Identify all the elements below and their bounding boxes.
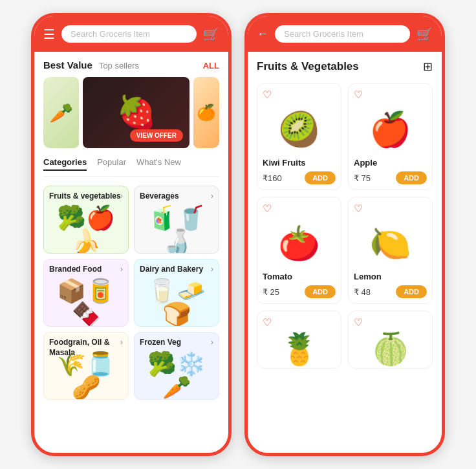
apple-price-row: ₹ 75 ADD <box>354 171 427 184</box>
category-foodgrain[interactable]: › Foodgrain, Oil & Masala 🌾🫙🥜 <box>43 332 129 400</box>
banner-small-right: 🍊 <box>193 77 219 148</box>
frozen-label: Frozen Veg <box>135 333 219 348</box>
grid-layout-icon[interactable]: ⊞ <box>423 60 433 74</box>
kiwi-add-button[interactable]: ADD <box>305 171 336 184</box>
left-cart-icon[interactable]: 🛒 <box>203 27 219 42</box>
right-header: ← Search Groceris Item 🛒 <box>248 16 442 52</box>
lemon-price-row: ₹ 48 ADD <box>354 285 427 298</box>
kiwi-price: ₹160 <box>263 173 282 183</box>
mango-icon-small: 🍊 <box>197 104 216 122</box>
apple-name: Apple <box>354 158 427 168</box>
tomato-add-button[interactable]: ADD <box>305 285 336 298</box>
guava-wishlist-icon[interactable]: ♡ <box>354 316 427 329</box>
strawberry-icon: 🍓 <box>116 94 157 131</box>
category-branded[interactable]: › Branded Food 📦🥫🍫 <box>43 259 129 327</box>
fruit-icon-small: 🥕 <box>49 102 73 124</box>
foodgrain-image: 🌾🫙🥜 <box>44 353 128 399</box>
kiwi-wishlist-icon[interactable]: ♡ <box>263 89 336 101</box>
right-cart-icon[interactable]: 🛒 <box>416 27 433 42</box>
right-body: Fruits & Vegetables ⊞ ♡ 🥝 Kiwi Fruits ₹1… <box>248 52 442 451</box>
product-guava: ♡ 🍈 <box>348 311 433 369</box>
banner-small-left: 🥕 <box>43 77 79 148</box>
frozen-image: 🥦❄️🥕 <box>135 353 219 399</box>
pineapple-wishlist-icon[interactable]: ♡ <box>263 316 336 329</box>
apple-price: ₹ 75 <box>354 173 371 183</box>
lemon-wishlist-icon[interactable]: ♡ <box>354 202 427 215</box>
category-tabs: Categories Popular What's New <box>43 157 219 177</box>
right-search-placeholder: Search Groceris Item <box>284 29 363 39</box>
lemon-name: Lemon <box>354 272 427 281</box>
tomato-wishlist-icon[interactable]: ♡ <box>263 202 336 215</box>
apple-wishlist-icon[interactable]: ♡ <box>354 89 427 101</box>
product-pineapple: ♡ 🍍 <box>257 311 341 369</box>
banner-area: 🥕 🍓 VIEW OFFER 🍊 <box>43 77 219 148</box>
categories-grid: › Fruits & vegetables 🥦🍎🍌 › Beverages 🧃🥤… <box>43 186 219 400</box>
best-value-header: Best Value Top sellers ALL <box>43 60 219 71</box>
all-link[interactable]: ALL <box>203 61 219 71</box>
lemon-price: ₹ 48 <box>354 287 371 297</box>
beverages-arrow-icon: › <box>211 191 213 201</box>
lemon-add-button[interactable]: ADD <box>396 285 427 298</box>
category-dairy[interactable]: › Dairy and Bakery 🥛🧈🍞 <box>134 259 219 327</box>
tab-whats-new[interactable]: What's New <box>136 157 181 171</box>
branded-arrow-icon: › <box>120 265 123 274</box>
dairy-image: 🥛🧈🍞 <box>135 279 219 326</box>
category-beverages[interactable]: › Beverages 🧃🥤🍶 <box>134 186 219 254</box>
pineapple-image: 🍍 <box>263 331 336 367</box>
branded-label: Branded Food <box>44 259 128 275</box>
tomato-price-row: ₹ 25 ADD <box>263 285 336 298</box>
back-icon[interactable]: ← <box>257 27 268 41</box>
foodgrain-arrow-icon: › <box>120 338 123 347</box>
fv-title: Fruits & Vegetables <box>257 60 359 73</box>
fruits-image: 🥦🍎🍌 <box>44 206 128 253</box>
tomato-name: Tomato <box>263 272 336 281</box>
beverages-image: 🧃🥤🍶 <box>135 206 219 253</box>
product-tomato: ♡ 🍅 Tomato ₹ 25 ADD <box>257 197 341 304</box>
best-value-title: Best Value <box>43 60 92 71</box>
category-frozen[interactable]: › Frozen Veg 🥦❄️🥕 <box>134 332 219 400</box>
right-phone: ← Search Groceris Item 🛒 Fruits & Vegeta… <box>244 13 445 456</box>
apple-image: 🍎 <box>354 104 427 155</box>
view-offer-button[interactable]: VIEW OFFER <box>130 129 183 142</box>
beverages-label: Beverages <box>135 186 219 202</box>
product-grid: ♡ 🥝 Kiwi Fruits ₹160 ADD ♡ 🍎 Apple ₹ 75 <box>257 83 433 369</box>
fv-header: Fruits & Vegetables ⊞ <box>257 60 433 74</box>
product-kiwi: ♡ 🥝 Kiwi Fruits ₹160 ADD <box>257 83 341 190</box>
lemon-image: 🍋 <box>354 217 427 269</box>
apple-add-button[interactable]: ADD <box>396 171 427 184</box>
dairy-arrow-icon: › <box>211 265 213 274</box>
product-apple: ♡ 🍎 Apple ₹ 75 ADD <box>348 83 433 190</box>
product-lemon: ♡ 🍋 Lemon ₹ 48 ADD <box>348 197 433 304</box>
kiwi-name: Kiwi Fruits <box>263 158 336 168</box>
branded-image: 📦🥫🍫 <box>44 279 128 326</box>
left-phone: ☰ Search Groceris Item 🛒 Best Value Top … <box>31 13 232 456</box>
fruits-arrow-icon: › <box>120 191 123 201</box>
left-search-placeholder: Search Groceris Item <box>70 29 150 39</box>
right-search-bar[interactable]: Search Groceris Item <box>275 25 410 43</box>
category-fruits[interactable]: › Fruits & vegetables 🥦🍎🍌 <box>43 186 129 254</box>
tab-categories[interactable]: Categories <box>43 157 87 171</box>
fruits-label: Fruits & vegetables <box>44 186 128 202</box>
tab-popular[interactable]: Popular <box>97 157 126 171</box>
left-header: ☰ Search Groceris Item 🛒 <box>34 16 228 52</box>
hamburger-icon[interactable]: ☰ <box>43 27 55 42</box>
dairy-label: Dairy and Bakery <box>135 259 219 275</box>
top-sellers-label: Top sellers <box>99 61 139 71</box>
banner-main: 🍓 VIEW OFFER <box>83 77 189 148</box>
guava-image: 🍈 <box>354 331 427 367</box>
kiwi-price-row: ₹160 ADD <box>263 171 336 184</box>
left-search-bar[interactable]: Search Groceris Item <box>61 25 197 43</box>
left-body: Best Value Top sellers ALL 🥕 🍓 VIEW OFFE… <box>34 52 228 451</box>
tomato-image: 🍅 <box>263 217 336 269</box>
frozen-arrow-icon: › <box>211 338 213 347</box>
kiwi-image: 🥝 <box>263 104 336 155</box>
tomato-price: ₹ 25 <box>263 287 279 297</box>
